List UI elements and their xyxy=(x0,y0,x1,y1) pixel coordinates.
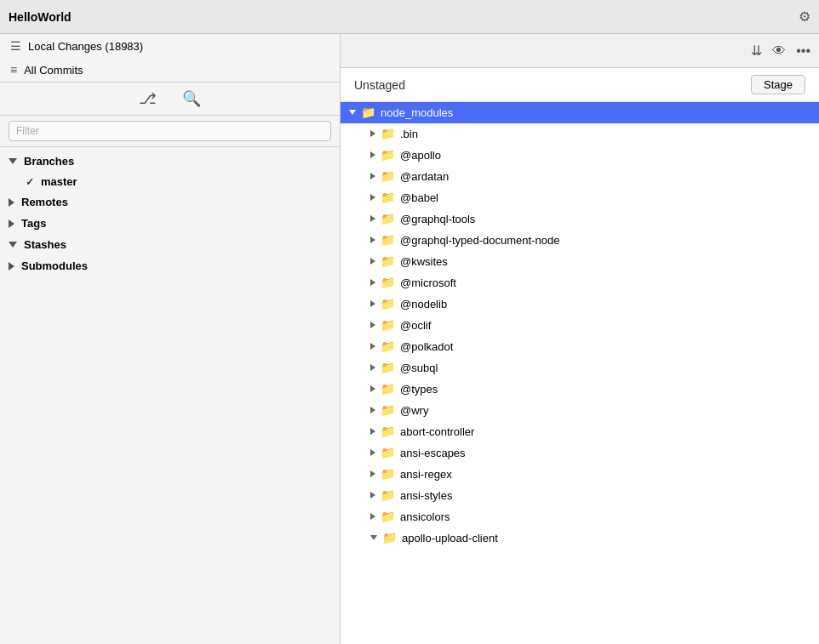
stashes-section-header[interactable]: Stashes xyxy=(0,234,340,255)
file-name-ansi-regex: ansi-regex xyxy=(400,468,810,481)
file-name-@polkadot: @polkadot xyxy=(400,340,810,353)
gear-icon[interactable]: ⚙ xyxy=(799,9,810,25)
eye-button[interactable]: 👁 xyxy=(772,43,786,59)
file-name-@babel: @babel xyxy=(400,191,810,204)
file-tree-row-node_modules[interactable]: 📁node_modules xyxy=(341,102,819,123)
unstaged-header: Unstaged Stage xyxy=(341,68,819,102)
folder-icon-@subql: 📁 xyxy=(381,361,395,374)
file-tree-row-@microsoft[interactable]: 📁@microsoft xyxy=(341,272,819,294)
folder-icon-@wry: 📁 xyxy=(381,403,395,417)
branches-expand-icon xyxy=(9,158,17,164)
file-tree-row-@subql[interactable]: 📁@subql xyxy=(341,357,819,379)
folder-icon-apollo-upload-client: 📁 xyxy=(382,531,397,544)
local-changes-item[interactable]: ☰ Local Changes (18983) xyxy=(0,34,340,58)
file-name-ansi-escapes: ansi-escapes xyxy=(400,447,810,459)
tree-triangle-@ardatan xyxy=(370,173,375,180)
all-commits-item[interactable]: ≡ All Commits xyxy=(0,58,340,82)
file-tree-row-@apollo[interactable]: 📁@apollo xyxy=(341,145,819,166)
master-branch-label: master xyxy=(41,175,77,188)
file-tree-row-@ardatan[interactable]: 📁@ardatan xyxy=(341,166,819,187)
folder-icon-ansi-regex: 📁 xyxy=(381,467,395,481)
file-tree-row-apollo-upload-client[interactable]: 📁apollo-upload-client xyxy=(341,527,819,549)
folder-icon-ansi-styles: 📁 xyxy=(381,488,395,502)
file-name-@ardatan: @ardatan xyxy=(400,170,810,183)
file-tree-row-@oclif[interactable]: 📁@oclif xyxy=(341,315,819,336)
file-name-.bin: .bin xyxy=(400,128,810,140)
file-name-ansi-styles: ansi-styles xyxy=(400,489,810,502)
file-tree-row-.bin[interactable]: 📁.bin xyxy=(341,123,819,145)
file-tree-row-@babel[interactable]: 📁@babel xyxy=(341,187,819,208)
search-icon-button[interactable]: 🔍 xyxy=(182,89,201,108)
file-tree-row-ansi-styles[interactable]: 📁ansi-styles xyxy=(341,485,819,506)
tree-triangle-@nodelib xyxy=(370,300,375,307)
submodules-expand-icon xyxy=(9,262,14,271)
tags-expand-icon xyxy=(9,219,14,228)
sidebar: ☰ Local Changes (18983) ≡ All Commits ⎇ … xyxy=(0,34,341,644)
stashes-label: Stashes xyxy=(24,238,66,251)
file-name-@oclif: @oclif xyxy=(400,319,810,332)
tree-triangle-@kwsites xyxy=(370,258,375,265)
filter-input[interactable] xyxy=(9,121,331,141)
filter-bar xyxy=(0,116,340,147)
folder-icon-@apollo: 📁 xyxy=(381,148,395,162)
folder-icon-@graphql-typed-document-node: 📁 xyxy=(381,233,395,247)
file-tree-row-ansicolors[interactable]: 📁ansicolors xyxy=(341,506,819,527)
file-name-node_modules: node_modules xyxy=(381,106,810,119)
file-name-@apollo: @apollo xyxy=(400,149,810,162)
tree-triangle-@polkadot xyxy=(370,343,375,350)
file-tree-row-ansi-escapes[interactable]: 📁ansi-escapes xyxy=(341,442,819,464)
file-name-@kwsites: @kwsites xyxy=(400,255,810,268)
tree-triangle-@microsoft xyxy=(370,279,375,286)
branch-icon-button[interactable]: ⎇ xyxy=(139,89,157,108)
sidebar-toolbar: ⎇ 🔍 xyxy=(0,82,340,116)
tree-triangle-@graphql-tools xyxy=(370,215,375,222)
stage-button[interactable]: Stage xyxy=(751,75,805,94)
file-tree-row-@polkadot[interactable]: 📁@polkadot xyxy=(341,336,819,357)
remotes-section-header[interactable]: Remotes xyxy=(0,191,340,213)
file-name-@microsoft: @microsoft xyxy=(400,276,810,289)
file-tree-row-@graphql-tools[interactable]: 📁@graphql-tools xyxy=(341,208,819,230)
all-commits-label: All Commits xyxy=(24,64,83,77)
sidebar-tree: Branches ✓ master Remotes Tags Stashes xyxy=(0,147,340,644)
tree-triangle-@types xyxy=(370,385,375,392)
file-tree-row-@graphql-typed-document-node[interactable]: 📁@graphql-typed-document-node xyxy=(341,230,819,251)
local-changes-label: Local Changes (18983) xyxy=(28,40,143,53)
folder-icon-.bin: 📁 xyxy=(381,127,395,140)
master-branch-item[interactable]: ✓ master xyxy=(0,172,340,191)
tree-triangle-node_modules xyxy=(349,110,356,115)
folder-icon-@kwsites: 📁 xyxy=(381,254,395,268)
more-button[interactable]: ••• xyxy=(796,43,810,59)
folder-icon-abort-controller: 📁 xyxy=(381,425,395,438)
folder-icon-@babel: 📁 xyxy=(381,191,395,204)
file-name-@nodelib: @nodelib xyxy=(400,298,810,311)
branches-section-header[interactable]: Branches xyxy=(0,151,340,172)
file-tree-row-abort-controller[interactable]: 📁abort-controller xyxy=(341,421,819,442)
file-tree-row-@kwsites[interactable]: 📁@kwsites xyxy=(341,251,819,272)
tree-triangle-.bin xyxy=(370,130,375,137)
file-name-@wry: @wry xyxy=(400,404,810,417)
folder-icon-@graphql-tools: 📁 xyxy=(381,212,395,225)
file-tree-row-@wry[interactable]: 📁@wry xyxy=(341,400,819,421)
file-name-@types: @types xyxy=(400,383,810,396)
double-down-button[interactable]: ⇊ xyxy=(751,43,762,59)
tree-triangle-ansi-styles xyxy=(370,492,375,499)
tree-triangle-ansicolors xyxy=(370,513,375,520)
tree-triangle-apollo-upload-client xyxy=(370,535,377,540)
folder-icon-@polkadot: 📁 xyxy=(381,339,395,353)
file-tree-row-@types[interactable]: 📁@types xyxy=(341,379,819,400)
file-tree-row-ansi-regex[interactable]: 📁ansi-regex xyxy=(341,464,819,485)
local-changes-icon: ☰ xyxy=(10,39,21,53)
top-bar: HelloWorld ⚙ xyxy=(0,0,819,34)
tags-section-header[interactable]: Tags xyxy=(0,213,340,234)
tree-triangle-@babel xyxy=(370,194,375,201)
file-tree-row-@nodelib[interactable]: 📁@nodelib xyxy=(341,294,819,315)
folder-icon-ansicolors: 📁 xyxy=(381,510,395,523)
file-name-apollo-upload-client: apollo-upload-client xyxy=(402,532,810,544)
submodules-section-header[interactable]: Submodules xyxy=(0,255,340,276)
tree-triangle-abort-controller xyxy=(370,428,375,435)
folder-icon-node_modules: 📁 xyxy=(361,105,375,119)
tree-triangle-@apollo xyxy=(370,151,375,158)
tree-triangle-@oclif xyxy=(370,322,375,328)
file-name-@graphql-tools: @graphql-tools xyxy=(400,213,810,225)
stashes-expand-icon xyxy=(9,242,17,248)
